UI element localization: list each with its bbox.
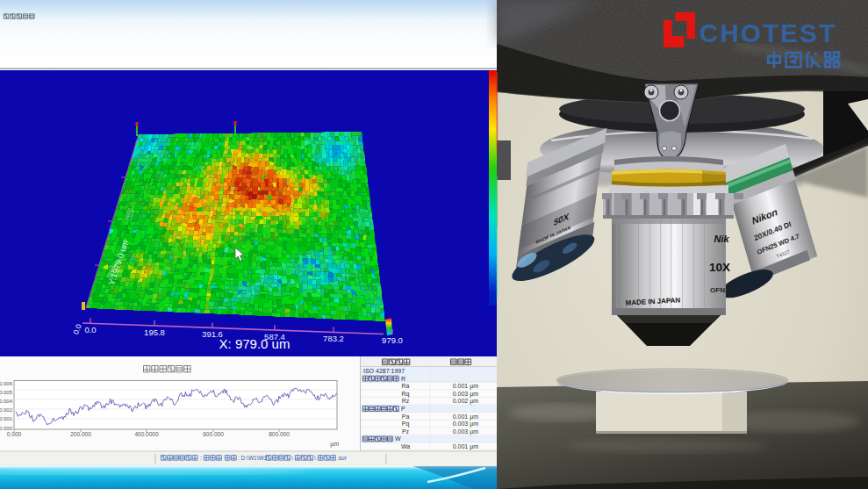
svg-text:0.002: 0.002 [0, 407, 13, 413]
svg-text:OFN25: OFN25 [710, 286, 733, 294]
svg-text:0.001: 0.001 [0, 416, 13, 421]
svg-text:0.001 µm: 0.001 µm [453, 383, 478, 390]
svg-text:200.000: 200.000 [70, 431, 91, 437]
svg-text:Rz: Rz [402, 398, 410, 404]
svg-text:Rq: Rq [402, 391, 410, 398]
svg-text:783.2: 783.2 [323, 334, 344, 343]
svg-text:\: \ [291, 455, 293, 461]
svg-text:Pa: Pa [402, 413, 410, 420]
svg-text:0.003 µm: 0.003 µm [453, 391, 478, 398]
svg-text:10X: 10X [709, 261, 730, 274]
svg-text:979.0: 979.0 [382, 335, 403, 345]
svg-text:Pz: Pz [402, 428, 410, 435]
svg-text:Nik: Nik [714, 234, 729, 244]
svg-text:µm: µm [330, 441, 339, 448]
svg-text:P: P [401, 406, 405, 412]
svg-text:0.002 µm: 0.002 µm [453, 398, 478, 405]
svg-text:0.0: 0.0 [84, 325, 96, 334]
svg-text:0.003 µm: 0.003 µm [453, 428, 478, 435]
svg-text:0.003 µm: 0.003 µm [453, 421, 478, 428]
svg-text:W: W [395, 435, 401, 442]
svg-text:0.004: 0.004 [0, 399, 13, 404]
svg-text::: : [200, 455, 202, 461]
svg-text:X: 979.0 um: X: 979.0 um [219, 336, 291, 351]
svg-text:600.000: 600.000 [203, 431, 224, 437]
svg-text:Pq: Pq [402, 421, 410, 428]
svg-text:: D:\W1\W1: : D:\W1\W1 [238, 455, 268, 461]
svg-text:800.000: 800.000 [269, 431, 290, 437]
svg-text:0.006: 0.006 [0, 381, 13, 386]
svg-text:400.0000: 400.0000 [134, 431, 158, 437]
svg-text:195.8: 195.8 [144, 327, 165, 337]
svg-text:0.001 µm: 0.001 µm [453, 443, 478, 450]
svg-text:.sur: .sur [337, 455, 348, 461]
svg-text:ISO 4287:1997: ISO 4287:1997 [363, 368, 405, 374]
svg-text:R: R [401, 376, 405, 382]
svg-text:0.000: 0.000 [7, 431, 22, 437]
svg-text:CHOTEST: CHOTEST [699, 18, 836, 47]
svg-text:Ra: Ra [402, 383, 410, 389]
svg-text:0.005: 0.005 [0, 390, 13, 395]
svg-text:Wa: Wa [401, 443, 410, 449]
svg-text:\: \ [314, 455, 316, 461]
svg-text:0.001 µm: 0.001 µm [453, 413, 478, 421]
